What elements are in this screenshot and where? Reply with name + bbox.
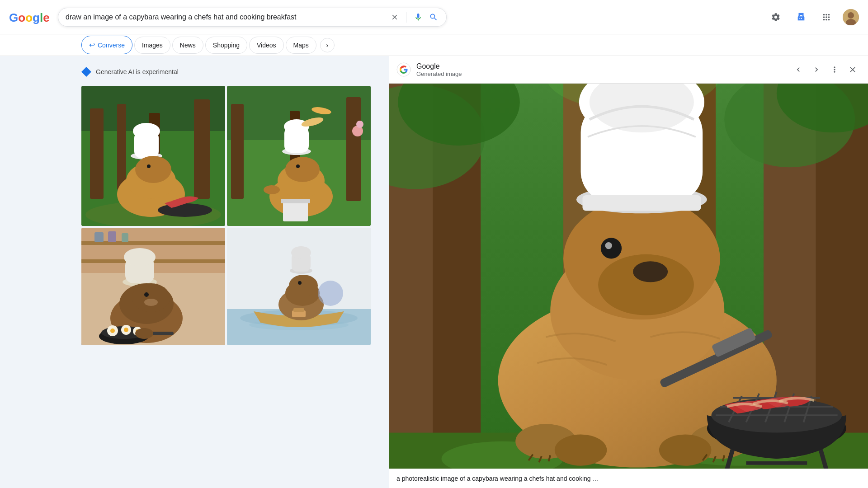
header-right	[767, 8, 859, 26]
svg-point-17	[135, 156, 171, 183]
ai-banner: Generative AI is experimental	[81, 67, 389, 77]
right-panel-footer: a photorealistic image of a capybara wea…	[389, 469, 868, 488]
svg-rect-110	[582, 195, 701, 211]
right-panel-large-image[interactable]	[389, 84, 868, 469]
left-panel: Generative AI is experimental	[0, 56, 389, 488]
svg-point-100	[601, 238, 622, 258]
svg-point-74	[298, 281, 302, 285]
svg-rect-44	[108, 231, 116, 242]
svg-rect-10	[117, 104, 126, 190]
svg-point-51	[132, 283, 170, 312]
grid-image-2[interactable]	[227, 86, 371, 226]
footer-ellipsis: ...	[593, 474, 599, 482]
tab-news[interactable]: News	[172, 37, 203, 54]
tab-videos-label: Videos	[257, 42, 276, 49]
prev-image-button[interactable]	[790, 61, 807, 78]
svg-point-105	[659, 434, 712, 465]
svg-rect-22	[231, 104, 244, 199]
svg-point-104	[555, 434, 607, 465]
svg-point-48	[124, 248, 156, 266]
svg-point-53	[144, 299, 158, 306]
svg-point-73	[289, 275, 318, 296]
grid-image-1[interactable]	[81, 86, 225, 226]
svg-marker-4	[81, 67, 91, 77]
search-button[interactable]	[428, 12, 439, 23]
footer-description: a photorealistic image of a capybara wea…	[396, 475, 591, 482]
right-panel-title-group: Google Generated image	[416, 62, 785, 77]
tab-converse[interactable]: ↩ Converse	[81, 36, 132, 54]
next-image-button[interactable]	[808, 61, 825, 78]
svg-rect-37	[281, 199, 310, 203]
svg-text:Google: Google	[9, 11, 50, 24]
image-grid	[81, 86, 371, 345]
google-g-logo	[396, 62, 411, 77]
svg-point-52	[144, 292, 149, 297]
tab-images[interactable]: Images	[134, 37, 170, 54]
close-panel-button[interactable]	[844, 61, 861, 78]
ai-diamond-icon	[81, 67, 91, 77]
trees-bg-2	[227, 86, 371, 226]
divider	[406, 12, 406, 23]
tab-converse-label: Converse	[98, 42, 125, 49]
svg-rect-23	[346, 97, 361, 201]
svg-point-77	[318, 281, 343, 306]
grid-image-3[interactable]	[81, 228, 225, 345]
right-panel-title: Google	[416, 62, 785, 70]
trees-bg-1	[81, 86, 225, 226]
labs-button[interactable]	[792, 8, 810, 26]
tab-shopping[interactable]: Shopping	[205, 37, 247, 54]
ai-banner-text: Generative AI is experimental	[96, 68, 179, 75]
right-panel-header: Google Generated image	[389, 56, 868, 84]
svg-point-99	[633, 261, 668, 282]
svg-point-18	[147, 164, 151, 168]
voice-search-button[interactable]	[413, 12, 424, 23]
more-options-button[interactable]	[826, 61, 843, 78]
svg-point-2	[848, 12, 854, 19]
svg-point-14	[133, 123, 160, 139]
settings-button[interactable]	[767, 8, 785, 26]
svg-point-38	[264, 185, 280, 194]
right-panel-subtitle: Generated image	[416, 70, 785, 77]
search-bar	[58, 8, 447, 27]
more-tabs-button[interactable]: ›	[320, 38, 335, 52]
grid-image-4[interactable]	[227, 228, 371, 345]
svg-point-63	[135, 328, 153, 339]
tab-maps[interactable]: Maps	[286, 37, 316, 54]
svg-point-101	[605, 242, 612, 249]
tab-news-label: News	[180, 42, 196, 49]
avatar[interactable]	[843, 9, 859, 25]
svg-rect-45	[122, 233, 128, 242]
svg-rect-36	[283, 201, 308, 221]
svg-rect-7	[90, 108, 104, 199]
svg-rect-76	[293, 308, 304, 312]
svg-point-32	[285, 157, 320, 182]
tab-images-label: Images	[142, 42, 163, 49]
svg-point-26	[356, 121, 363, 128]
svg-point-70	[291, 246, 311, 259]
clear-button[interactable]	[390, 12, 400, 22]
tab-videos[interactable]: Videos	[249, 37, 284, 54]
google-logo: Google	[9, 10, 51, 24]
nav-tabs: ↩ Converse Images News Shopping Videos M…	[0, 34, 868, 56]
svg-point-57	[110, 328, 115, 333]
svg-point-19	[158, 203, 212, 217]
apps-button[interactable]	[817, 8, 835, 26]
svg-point-59	[124, 328, 128, 332]
svg-rect-43	[94, 232, 104, 242]
right-panel: Google Generated image	[389, 56, 868, 488]
search-input[interactable]	[66, 13, 385, 21]
tab-maps-label: Maps	[293, 42, 309, 49]
main-content: Generative AI is experimental	[0, 56, 868, 488]
svg-point-33	[296, 164, 300, 168]
header: Google	[0, 0, 868, 34]
avatar-image	[843, 9, 859, 25]
right-panel-actions	[790, 61, 861, 78]
tab-shopping-label: Shopping	[213, 42, 240, 49]
converse-arrow-icon: ↩	[89, 41, 95, 49]
svg-rect-8	[194, 99, 210, 199]
